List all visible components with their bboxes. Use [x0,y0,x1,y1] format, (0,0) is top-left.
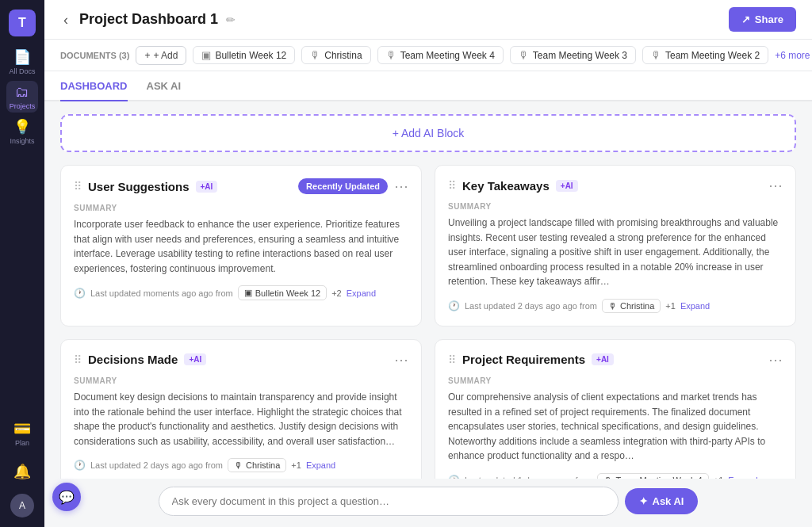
source-more-count-1: +1 [665,301,676,311]
card-summary-user-suggestions: Incorporate user feedback to enhance the… [74,217,408,276]
ai-badge-project-requirements: +AI [592,353,614,365]
card-more-button-user-suggestions[interactable]: ⋯ [394,179,408,193]
source-more-count-2: +1 [291,460,301,470]
tab-ask-ai[interactable]: ASK AI [147,80,182,101]
card-header-user-suggestions: ⠿ User Suggestions +AI Recently Updated … [74,178,408,194]
card-decisions-made: ⠿ Decisions Made +AI ⋯ SUMMARY Document … [60,339,422,479]
card-footer-project-requirements: 🕐 Last updated 1 day ago ago from 🎙 Team… [448,473,783,479]
doc-chip-team-meeting-week-4[interactable]: 🎙 Team Meeting Week 4 [377,46,504,64]
expand-link-2[interactable]: Expand [306,460,335,470]
notifications-icon: 🔔 [13,463,31,480]
source-chip-team-meeting-4[interactable]: 🎙 Team Meeting Week 4 [597,473,708,479]
sidebar-item-label-insights: Insights [10,137,34,145]
source-label-bulletin: Bulletin Week 12 [255,288,320,298]
recently-updated-badge: Recently Updated [298,178,388,194]
sidebar-item-label-projects: Projects [10,102,36,110]
sidebar-item-label-all-docs: All Docs [9,67,35,75]
updated-text-1: Last updated 2 days ago ago from [465,301,597,311]
add-document-button[interactable]: + + Add [136,46,186,65]
card-actions-user-suggestions: Recently Updated ⋯ [298,178,408,194]
bulletin-icon: ▣ [201,49,211,61]
mic-icon-2: 🎙 [386,49,396,61]
card-summary-key-takeaways: Unveiling a project landscape filled wit… [448,216,783,289]
plan-icon: 💳 [13,420,31,437]
source-icon-christina: 🎙 [608,301,617,311]
sidebar-item-plan[interactable]: 💳 Plan [6,418,38,449]
source-chip-bulletin[interactable]: ▣ Bulletin Week 12 [238,285,327,300]
card-more-button-decisions-made[interactable]: ⋯ [394,353,408,367]
card-user-suggestions: ⠿ User Suggestions +AI Recently Updated … [60,165,422,327]
drag-handle-icon-2[interactable]: ⠿ [448,179,456,192]
source-chip-christina[interactable]: 🎙 Christina [602,299,661,313]
section-label-decisions-made: SUMMARY [74,376,408,385]
sidebar-logo[interactable]: T [9,10,36,36]
sidebar-item-label-plan: Plan [15,439,29,447]
source-chip-christina-2[interactable]: 🎙 Christina [228,458,286,472]
support-icon: 💬 [59,490,75,505]
source-more-count-0: +2 [331,288,342,298]
back-button[interactable]: ‹ [60,10,71,30]
projects-icon: 🗂 [15,84,29,101]
add-ai-block[interactable]: + Add AI Block [60,114,796,152]
sidebar-item-all-docs[interactable]: 📄 All Docs [6,46,38,78]
card-footer-decisions-made: 🕐 Last updated 2 days ago ago from 🎙 Chr… [74,458,408,472]
source-label-christina: Christina [620,301,654,311]
add-label: + Add [153,50,178,61]
share-button[interactable]: ↗ Share [729,7,796,32]
doc-chip-team-meeting-week-2[interactable]: 🎙 Team Meeting Week 2 [642,46,768,64]
sidebar-item-projects[interactable]: 🗂 Projects [6,81,38,113]
ask-ai-icon: ✦ [639,495,648,507]
edit-icon[interactable]: ✏ [226,13,236,26]
card-title-area-4: ⠿ Project Requirements +AI [448,353,614,366]
page-title: Project Dashboard 1 [79,11,218,28]
expand-link-0[interactable]: Expand [347,288,376,298]
card-project-requirements: ⠿ Project Requirements +AI ⋯ SUMMARY Our… [435,339,796,479]
ai-badge-decisions-made: +AI [184,353,206,365]
ask-ai-label: Ask AI [653,495,684,507]
section-label-key-takeaways: SUMMARY [448,202,783,211]
more-docs-badge[interactable]: +6 more [775,50,810,61]
tab-dashboard[interactable]: DASHBOARD [60,80,128,101]
ask-input[interactable] [172,495,605,507]
card-header-project-requirements: ⠿ Project Requirements +AI ⋯ [448,353,783,367]
sidebar: T 📄 All Docs 🗂 Projects 💡 Insights 💳 Pla… [0,0,44,527]
chip-label-team-week-2: Team Meeting Week 2 [665,50,760,61]
ai-badge-key-takeaways: +AI [556,180,578,192]
doc-chip-bulletin-week-12[interactable]: ▣ Bulletin Week 12 [193,46,295,64]
mic-icon-4: 🎙 [651,49,661,61]
section-label-project-requirements: SUMMARY [448,376,783,385]
doc-chip-christina[interactable]: 🎙 Christina [301,46,370,64]
card-summary-project-requirements: Our comprehensive analysis of client exp… [448,390,783,464]
card-header-decisions-made: ⠿ Decisions Made +AI ⋯ [74,353,408,367]
card-footer-key-takeaways: 🕐 Last updated 2 days ago ago from 🎙 Chr… [448,299,783,313]
sidebar-item-notifications[interactable]: 🔔 [6,456,38,487]
card-more-button-project-requirements[interactable]: ⋯ [768,353,783,367]
all-docs-icon: 📄 [13,48,31,66]
ask-ai-button[interactable]: ✦ Ask AI [625,488,699,514]
insights-icon: 💡 [13,118,31,136]
drag-handle-icon-4[interactable]: ⠿ [448,353,456,366]
card-title-area-3: ⠿ Decisions Made +AI [74,353,206,366]
docs-count-label: DOCUMENTS (3) [60,51,129,60]
source-icon-bulletin: ▣ [244,288,252,298]
support-bubble[interactable]: 💬 [52,483,81,511]
main-area: ‹ Project Dashboard 1 ✏ ↗ Share DOCUMENT… [44,0,812,527]
share-icon: ↗ [741,13,750,25]
chip-label-team-week-3: Team Meeting Week 3 [533,50,627,61]
card-title-decisions-made: Decisions Made [88,353,178,366]
add-ai-block-label: + Add AI Block [393,127,465,139]
header-left: ‹ Project Dashboard 1 ✏ [60,10,236,30]
drag-handle-icon-3[interactable]: ⠿ [74,353,82,366]
add-icon: + [144,50,150,61]
mic-icon-1: 🎙 [310,49,320,61]
content-area: + Add AI Block ⠿ User Suggestions +AI Re… [44,101,812,479]
card-more-button-key-takeaways[interactable]: ⋯ [768,178,783,193]
avatar[interactable]: A [10,494,34,517]
card-title-user-suggestions: User Suggestions [88,180,190,193]
sidebar-item-insights[interactable]: 💡 Insights [6,116,38,147]
drag-handle-icon[interactable]: ⠿ [74,180,82,193]
ask-bar: ✦ Ask AI [44,479,812,527]
card-key-takeaways: ⠿ Key Takeaways +AI ⋯ SUMMARY Unveiling … [435,165,796,327]
expand-link-1[interactable]: Expand [680,301,710,311]
doc-chip-team-meeting-week-3[interactable]: 🎙 Team Meeting Week 3 [510,46,636,64]
